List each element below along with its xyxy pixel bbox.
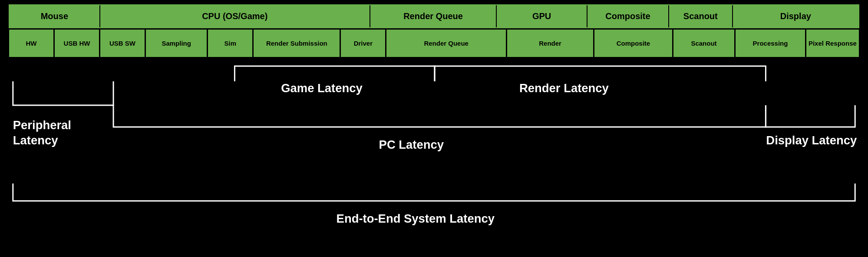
header-mouse: Mouse	[10, 5, 100, 27]
peripheral-latency-label: Peripheral	[13, 118, 71, 132]
sub-driver: Driver	[340, 29, 386, 57]
sub-header-row: HW USB HW USB SW Sampling Sim Render Sub…	[9, 29, 859, 57]
header-composite: Composite	[587, 5, 669, 27]
sub-usb-sw: USB SW	[100, 29, 145, 57]
sub-sampling: Sampling	[145, 29, 208, 57]
render-latency-label: Render Latency	[519, 81, 609, 95]
header-scanout: Scanout	[669, 5, 733, 27]
display-latency-label: Display Latency	[766, 134, 857, 147]
header-row: Mouse CPU (OS/Game) Render Queue GPU Com…	[9, 4, 859, 28]
sub-hw: HW	[9, 29, 54, 57]
sub-usb-hw: USB HW	[54, 29, 100, 57]
diagram: Mouse CPU (OS/Game) Render Queue GPU Com…	[0, 0, 868, 257]
sub-pixel-response: Pixel Response	[806, 29, 859, 57]
pc-latency-label: PC Latency	[379, 138, 444, 151]
header-render-queue: Render Queue	[370, 5, 497, 27]
sub-scanout: Scanout	[673, 29, 735, 57]
header-display: Display	[733, 5, 858, 27]
header-cpu: CPU (OS/Game)	[100, 5, 370, 27]
header-gpu: GPU	[497, 5, 587, 27]
brackets-svg: .bracket-line { stroke: #fff; stroke-wid…	[9, 57, 859, 227]
end-to-end-label: End-to-End System Latency	[337, 212, 495, 225]
game-latency-label: Game Latency	[281, 81, 363, 95]
sub-render-submission: Render Submission	[253, 29, 340, 57]
peripheral-latency-label2: Latency	[13, 134, 58, 147]
sub-render: Render	[507, 29, 594, 57]
sub-render-queue: Render Queue	[386, 29, 507, 57]
sub-composite: Composite	[594, 29, 673, 57]
sub-processing: Processing	[735, 29, 806, 57]
sub-sim: Sim	[208, 29, 253, 57]
